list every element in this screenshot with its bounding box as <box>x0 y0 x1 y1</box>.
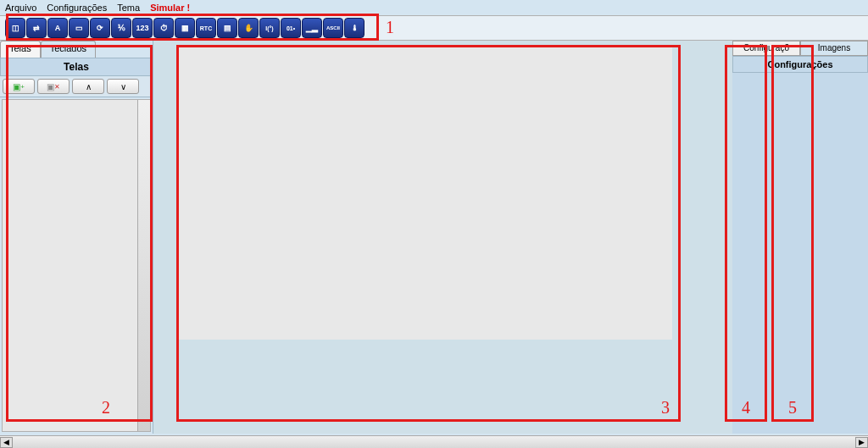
tool-text-icon[interactable]: A <box>47 18 68 38</box>
tool-hand-icon[interactable]: ✋ <box>238 18 259 38</box>
tool-input-icon[interactable]: ▤ <box>217 18 237 38</box>
menu-tema[interactable]: Tema <box>117 3 140 13</box>
tab-imagens[interactable]: Imagens <box>800 41 868 56</box>
tool-ascii-icon[interactable]: ASCII <box>323 18 343 38</box>
tool-thermo-icon[interactable]: 🌡 <box>344 18 364 38</box>
scroll-right-icon[interactable]: ▶ <box>855 437 868 448</box>
right-panel: Configuraçõ Imagens Configurações <box>732 41 868 434</box>
tool-chart-icon[interactable]: ▁▂ <box>302 18 322 38</box>
move-up-button[interactable]: ∧ <box>72 79 104 94</box>
delete-screen-button[interactable]: ▣✕ <box>37 79 70 94</box>
scroll-left-icon[interactable]: ◀ <box>0 437 13 448</box>
toolbar: ◫ ⇄ A ▭ ⟳ ⅟₀ 123 ⏱ ▦ RTC ▤ ✋ I(°) 01• ▁▂… <box>0 15 868 41</box>
menu-arquivo[interactable]: Arquivo <box>5 3 36 13</box>
tab-telas[interactable]: Telas <box>0 41 41 58</box>
tool-timer-icon[interactable]: ⏱ <box>153 18 174 38</box>
menu-bar: Arquivo Configurações Tema Simular ! <box>0 0 868 15</box>
tab-configuracoes[interactable]: Configuraçõ <box>732 41 800 56</box>
add-screen-button[interactable]: ▣+ <box>3 79 35 94</box>
tool-rtc-icon[interactable]: RTC <box>196 18 216 38</box>
tool-refresh-icon[interactable]: ⟳ <box>90 18 110 38</box>
tool-swap-icon[interactable]: ⇄ <box>26 18 47 38</box>
screens-list[interactable] <box>2 99 151 432</box>
telas-header: Telas <box>0 58 153 76</box>
move-down-button[interactable]: ∨ <box>107 79 139 94</box>
left-panel: Telas Teclados Telas ▣+ ▣✕ ∧ ∨ <box>0 41 153 434</box>
config-header: Configurações <box>732 56 868 73</box>
tab-teclados[interactable]: Teclados <box>41 41 96 58</box>
config-body <box>732 73 868 434</box>
menu-simular[interactable]: Simular ! <box>150 3 190 13</box>
tool-window-icon[interactable]: ◫ <box>5 18 25 38</box>
tool-binary-icon[interactable]: 01• <box>281 18 301 38</box>
tool-rect-icon[interactable]: ▭ <box>69 18 89 38</box>
tool-digital-icon[interactable]: ⅟₀ <box>111 18 131 38</box>
horizontal-scrollbar[interactable]: ◀ ▶ <box>0 435 868 448</box>
tool-number-icon[interactable]: 123 <box>132 18 153 38</box>
design-canvas[interactable] <box>179 47 672 340</box>
canvas-panel <box>153 41 732 434</box>
tool-temp-icon[interactable]: I(°) <box>259 18 280 38</box>
tool-grid-icon[interactable]: ▦ <box>175 18 195 38</box>
menu-configuracoes[interactable]: Configurações <box>47 3 107 13</box>
